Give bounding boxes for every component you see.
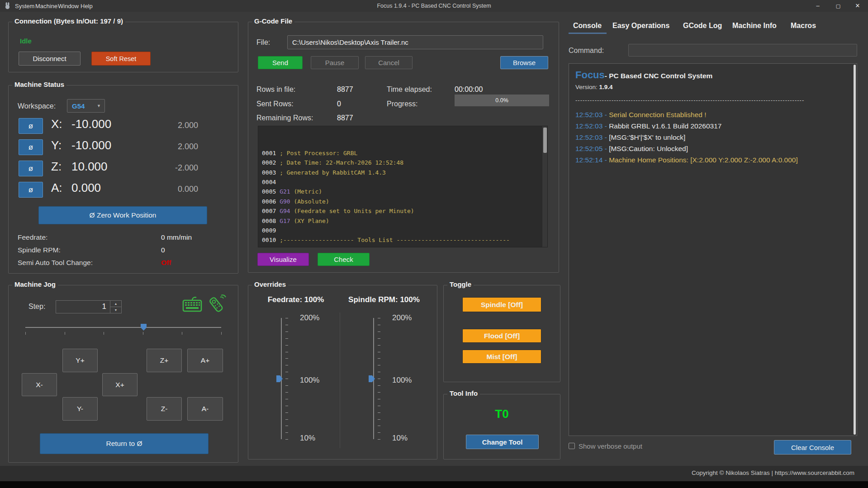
override-slider-tick <box>378 318 380 318</box>
progress-bar: 0.0% <box>455 95 549 106</box>
machine-status-panel: Machine Status Workspace: G54 ▼ ø X: -10… <box>8 85 238 274</box>
tab-console[interactable]: Console <box>573 22 602 30</box>
override-slider-tick <box>285 379 288 379</box>
disconnect-button[interactable]: Disconnect <box>19 52 81 66</box>
time-elapsed-value: 00:00:00 <box>455 85 483 94</box>
check-button[interactable]: Check <box>318 253 370 266</box>
workspace-dropdown[interactable]: G54 ▼ <box>67 99 105 113</box>
step-spinner[interactable]: ▲ ▼ <box>110 301 121 313</box>
override-slider-tick <box>285 439 288 440</box>
visualize-button[interactable]: Visualize <box>257 253 309 266</box>
spindle-toggle-button[interactable]: Spindle [Off] <box>462 297 541 312</box>
console-output[interactable]: Focus - PC Based CNC Control System Vers… <box>569 63 857 436</box>
cancel-button[interactable]: Cancel <box>365 56 413 69</box>
pause-button[interactable]: Pause <box>311 56 359 69</box>
remote-pendant-icon[interactable] <box>205 292 228 317</box>
zero-x-button[interactable]: ø <box>19 118 43 134</box>
axis-a-machine-position: 0.000 <box>161 185 198 194</box>
override-slider-tick <box>378 338 380 339</box>
jog-slider-tick <box>25 332 26 335</box>
flood-toggle-button[interactable]: Flood [Off] <box>462 329 541 343</box>
rabbit-logo-icon <box>4 2 11 11</box>
clear-console-button[interactable]: Clear Console <box>774 440 851 455</box>
spinner-down-icon[interactable]: ▼ <box>110 307 121 313</box>
jog-slider-tick <box>65 332 65 335</box>
feedrate-scale-bottom: 10% <box>300 434 315 443</box>
jog-a-minus-button[interactable]: A- <box>187 397 223 421</box>
jog-z-minus-button[interactable]: Z- <box>147 397 182 421</box>
override-slider-tick <box>285 325 288 325</box>
override-slider-tick <box>285 338 288 339</box>
jog-x-minus-button[interactable]: X- <box>22 373 57 396</box>
jog-step-slider[interactable] <box>25 327 221 328</box>
override-slider-tick <box>285 358 288 359</box>
jog-y-minus-button[interactable]: Y- <box>62 397 98 421</box>
jog-x-plus-button[interactable]: X+ <box>102 373 138 396</box>
minimize-icon[interactable]: – <box>811 2 825 10</box>
menu-system[interactable]: System <box>15 3 34 9</box>
zero-a-button[interactable]: ø <box>19 182 43 198</box>
gcode-line: 0003 ; Generated by RabbitCAM 1.4.3 <box>262 168 547 177</box>
mist-toggle-button[interactable]: Mist [Off] <box>462 350 541 364</box>
menu-help[interactable]: Help <box>81 3 93 9</box>
axis-y-label: Y: <box>51 138 62 152</box>
command-input[interactable] <box>628 44 857 57</box>
close-icon[interactable]: ✕ <box>851 2 864 10</box>
app-window: System Machine Window Help Focus 1.9.4 -… <box>0 0 868 488</box>
title-bar: System Machine Window Help Focus 1.9.4 -… <box>0 0 868 12</box>
file-path-input[interactable]: C:\Users\Nikos\Desktop\Axis Trailer.nc <box>287 35 543 49</box>
gcode-editor-scrollbar[interactable] <box>542 126 547 247</box>
maximize-icon[interactable]: ▢ <box>831 2 845 10</box>
console-brand: Focus <box>575 69 605 81</box>
change-tool-button[interactable]: Change Tool <box>466 435 539 449</box>
send-button[interactable]: Send <box>258 56 303 69</box>
return-to-zero-button[interactable]: Return to Ø <box>40 433 209 454</box>
dropdown-caret-icon: ▼ <box>97 104 104 108</box>
override-slider-tick <box>285 318 288 318</box>
override-slider-tick <box>378 419 380 420</box>
tab-machine-info[interactable]: Machine Info <box>732 22 777 30</box>
axis-x-work-position: -10.000 <box>71 117 111 131</box>
connection-panel: Connection (Bytes In/Out: 197 / 9) Idle … <box>8 22 238 72</box>
override-slider-tick <box>378 345 380 346</box>
progress-value: 0.0% <box>495 97 508 104</box>
override-slider-tick <box>285 385 288 386</box>
window-title: Focus 1.9.4 - PC Based CNC Control Syste… <box>0 3 868 9</box>
console-scrollbar[interactable] <box>854 65 856 435</box>
copyright-text: Copyright © Nikolaos Siatras | https://w… <box>692 469 854 476</box>
jog-slider-tick <box>143 332 143 335</box>
gcode-editor-scrollbar-thumb[interactable] <box>543 128 547 153</box>
jog-a-plus-button[interactable]: A+ <box>187 349 223 372</box>
menu-window[interactable]: Window <box>58 3 79 9</box>
connection-status: Idle <box>20 37 32 45</box>
keyboard-icon[interactable] <box>181 296 203 315</box>
tab-easy-operations[interactable]: Easy Operations <box>612 22 669 30</box>
soft-reset-button[interactable]: Soft Reset <box>91 52 151 66</box>
zero-y-button[interactable]: ø <box>19 139 43 155</box>
console-log-line: 12:52:05 - [MSG:Caution: Unlocked] <box>575 143 850 154</box>
tool-info-panel-title: Tool Info <box>447 389 480 397</box>
machine-jog-panel: Machine Jog Step: 1 ▲ ▼ <box>8 285 238 463</box>
verbose-checkbox[interactable] <box>569 443 575 449</box>
override-slider-tick <box>285 426 288 426</box>
jog-y-plus-button[interactable]: Y+ <box>62 349 98 372</box>
override-slider-tick <box>285 345 288 346</box>
override-slider-tick <box>378 325 380 325</box>
tab-macros[interactable]: Macros <box>791 22 816 30</box>
spinner-up-icon[interactable]: ▲ <box>110 301 121 307</box>
console-log-line: 12:52:03 - Serial Connection Established… <box>575 109 850 120</box>
gcode-line: 0002 ; Date Time: 22-March-2026 12:52:48 <box>262 158 547 167</box>
browse-button[interactable]: Browse <box>500 56 548 69</box>
gcode-line: 0007 G94 (Feedrate set to Units per Minu… <box>262 206 547 216</box>
menu-machine[interactable]: Machine <box>35 3 57 9</box>
tab-gcode-log[interactable]: GCode Log <box>683 22 722 30</box>
zero-z-button[interactable]: ø <box>19 161 43 176</box>
zero-work-position-button[interactable]: Ø Zero Work Position <box>38 206 207 224</box>
jog-step-slider-thumb[interactable] <box>141 324 147 331</box>
feedrate-value: 0 mm/min <box>161 233 192 242</box>
gcode-editor[interactable]: 0001 ; Post Processor: GRBL0002 ; Date T… <box>258 126 548 247</box>
jog-z-plus-button[interactable]: Z+ <box>147 349 182 372</box>
sent-rows-value: 0 <box>337 100 341 108</box>
console-log-line: 12:52:14 - Machine Home Positions: [X:2.… <box>575 154 850 166</box>
step-input[interactable]: 1 ▲ ▼ <box>56 300 122 313</box>
